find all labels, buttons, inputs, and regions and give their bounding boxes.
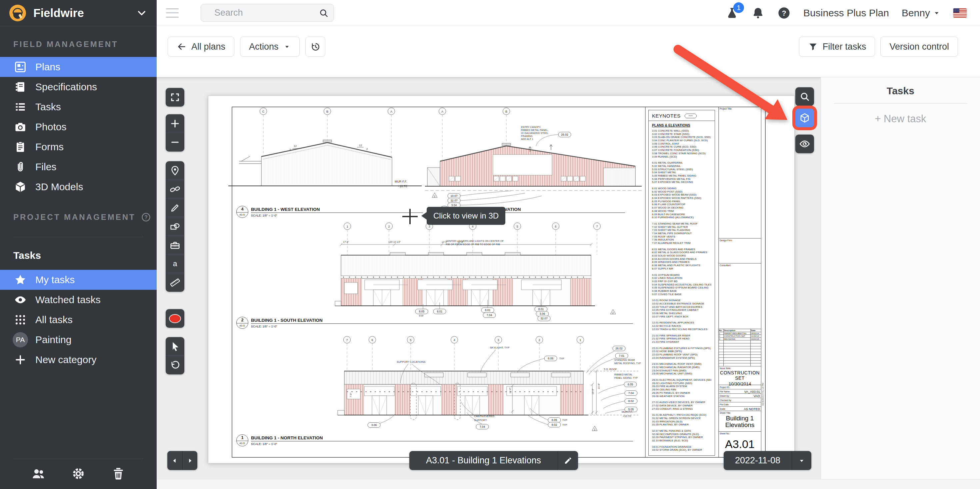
drawing-text: ±2'-8" bbox=[458, 241, 464, 243]
svg-text:2: 2 bbox=[538, 338, 540, 342]
sidebar-item-my-tasks[interactable]: My tasks bbox=[0, 270, 157, 290]
project-title-box: Project Title: bbox=[719, 107, 761, 238]
people-button[interactable] bbox=[31, 466, 46, 481]
zoom-in-button[interactable] bbox=[165, 114, 185, 133]
toolbox-button[interactable] bbox=[165, 236, 185, 254]
keynote-callout: 26.02 bbox=[558, 132, 571, 137]
link-tool-button[interactable] bbox=[165, 180, 185, 198]
sidebar-item-tasks[interactable]: Tasks bbox=[0, 97, 157, 117]
search-input[interactable] bbox=[200, 4, 334, 22]
previous-sheet-button[interactable] bbox=[167, 451, 182, 470]
view-3d-button[interactable] bbox=[795, 109, 814, 127]
project-management-row[interactable]: PROJECT MANAGEMENT bbox=[0, 197, 157, 222]
keynote-line: 7.05 ROOF VENTS bbox=[652, 235, 711, 238]
sidebar-item-label: My tasks bbox=[35, 274, 75, 286]
drawing-text: RIB OR FROM EDGE OF RIB TO EDGE OF RIB bbox=[445, 243, 500, 246]
svg-text:8.02: 8.02 bbox=[552, 423, 557, 426]
record-button[interactable] bbox=[165, 309, 185, 328]
filter-tasks-button[interactable]: Filter tasks bbox=[799, 37, 875, 57]
labs-flask-button[interactable]: 1 bbox=[725, 6, 739, 20]
actions-dropdown-button[interactable]: Actions bbox=[240, 37, 300, 57]
sidebar-item-specifications[interactable]: Specifications bbox=[0, 77, 157, 97]
keynote-line: 5.01 METAL GUARDRAIL bbox=[652, 161, 711, 165]
version-dropdown-button[interactable] bbox=[792, 451, 811, 470]
chevron-down-icon[interactable] bbox=[136, 7, 147, 19]
sidebar-item-photos[interactable]: Photos bbox=[0, 117, 157, 137]
svg-text:8.01: 8.01 bbox=[437, 310, 443, 313]
sidebar-item-new-category[interactable]: New category bbox=[0, 350, 157, 370]
notifications-bell-button[interactable] bbox=[751, 6, 765, 20]
help-circle-icon[interactable] bbox=[141, 212, 151, 222]
keynote-line: 9.03 FRP O/ GYP BD bbox=[652, 280, 711, 283]
sidebar-item-watched-tasks[interactable]: Watched tasks bbox=[0, 290, 157, 310]
sidebar-item-forms[interactable]: Forms bbox=[0, 137, 157, 157]
svg-text:1: 1 bbox=[346, 225, 348, 228]
grid-bubble: 3 bbox=[495, 337, 502, 371]
svg-text:26.02: 26.02 bbox=[561, 133, 568, 136]
fullscreen-button[interactable] bbox=[165, 88, 185, 106]
undo-button[interactable] bbox=[165, 356, 185, 375]
paperclip-icon bbox=[14, 160, 27, 173]
search-icon bbox=[799, 91, 810, 102]
view-label-2: 2A3.01BUILDING 1 - SOUTH ELEVATIONSCALE:… bbox=[236, 317, 633, 329]
caret-down-icon bbox=[283, 43, 291, 50]
revision-triangle: 2 bbox=[610, 310, 616, 314]
all-plans-back-button[interactable]: All plans bbox=[168, 37, 234, 57]
keynote-line: 7.06 INSULATION bbox=[652, 238, 711, 241]
sheet-title-pill[interactable]: A3.01 - Building 1 Elevations bbox=[409, 451, 578, 470]
sidebar-item-label: Plans bbox=[35, 61, 60, 73]
eye-icon bbox=[799, 138, 810, 149]
sidebar-item-painting[interactable]: PAPainting bbox=[0, 330, 157, 350]
plan-toolbar: All plans Actions Filter tasks Version c… bbox=[157, 26, 980, 77]
search-icon bbox=[319, 8, 329, 18]
keynote-line: 3.07 CONCRETE FOUNDATION (SSD) bbox=[652, 149, 711, 152]
select-tool-button[interactable] bbox=[165, 337, 185, 356]
revision-triangle: 2 bbox=[432, 193, 438, 197]
sidebar-item-3d-models[interactable]: 3D Models bbox=[0, 177, 157, 197]
sidebar-item-all-tasks[interactable]: All tasks bbox=[0, 310, 157, 330]
user-menu[interactable]: Benny bbox=[902, 7, 941, 19]
drawing-text: SKYLIGHT, TYP bbox=[490, 346, 510, 349]
text-tool-button[interactable] bbox=[165, 254, 185, 273]
sidebar-item-label: Files bbox=[35, 161, 56, 173]
version-control-button[interactable]: Version control bbox=[880, 37, 958, 57]
sidebar-item-plans[interactable]: Plans bbox=[0, 57, 157, 77]
zoom-out-button[interactable] bbox=[165, 133, 185, 152]
rename-sheet-button[interactable] bbox=[558, 451, 578, 470]
svg-text:7.01: 7.01 bbox=[619, 354, 625, 357]
svg-text:6: 6 bbox=[371, 338, 373, 342]
keynote-line: 5.05 RIBBED METAL PANEL SIDING bbox=[652, 174, 711, 178]
language-flag-button[interactable] bbox=[953, 8, 967, 17]
drawing-text: ENTRY CANOPY, bbox=[521, 125, 541, 129]
help-button[interactable] bbox=[777, 6, 791, 20]
measure-tool-button[interactable] bbox=[165, 273, 185, 292]
keynote-line: 23.04 EXHAUST FAN (SMD) bbox=[652, 369, 711, 372]
drawing-text: SUPPORT bbox=[474, 419, 487, 422]
brand-header[interactable]: Fieldwire bbox=[0, 0, 157, 26]
version-date-pill[interactable]: 2022-11-08 bbox=[724, 451, 811, 470]
keynote-line: 8.06 METAL AND PLASTIC SKYLIGHTS bbox=[652, 264, 711, 267]
sheet-search-button[interactable] bbox=[795, 87, 814, 106]
settings-gear-button[interactable] bbox=[71, 466, 86, 481]
history-button[interactable] bbox=[305, 37, 325, 57]
keynote-callout: 8.05 bbox=[624, 382, 637, 387]
sidebar-item-label: Forms bbox=[35, 141, 64, 152]
markup-visibility-button[interactable] bbox=[795, 135, 814, 153]
pin-tool-button[interactable] bbox=[165, 161, 185, 180]
next-sheet-button[interactable] bbox=[183, 451, 198, 470]
keynote-line: 10.01 ROOM SIGNAGE bbox=[652, 299, 711, 302]
drawing-text: CENTER LOUVERS AND LIGHTS ON CENTER OF bbox=[445, 240, 504, 243]
grid-bubble: A bbox=[388, 108, 395, 156]
hamburger-menu-button[interactable] bbox=[166, 8, 179, 17]
pen-tool-button[interactable] bbox=[165, 198, 185, 217]
keynote-line: 9.04 SUSPENDED ACOUSTICAL CEILING TILES bbox=[652, 283, 711, 286]
tasks-nav: My tasksWatched tasksAll tasksPAPainting… bbox=[0, 270, 157, 370]
sidebar-item-files[interactable]: Files bbox=[0, 157, 157, 177]
revision-table: No.DescriptionDate1PERMIT RESUBMITTAL09/… bbox=[719, 329, 761, 367]
svg-text:7.04: 7.04 bbox=[628, 391, 634, 395]
trash-button[interactable] bbox=[111, 466, 126, 481]
plan-sheet[interactable]: CBAAB1234567765432126.0210.0732.073.048.… bbox=[208, 95, 795, 464]
minus-icon bbox=[170, 137, 180, 148]
new-task-button[interactable]: + New task bbox=[821, 113, 980, 125]
shapes-tool-button[interactable] bbox=[165, 217, 185, 236]
